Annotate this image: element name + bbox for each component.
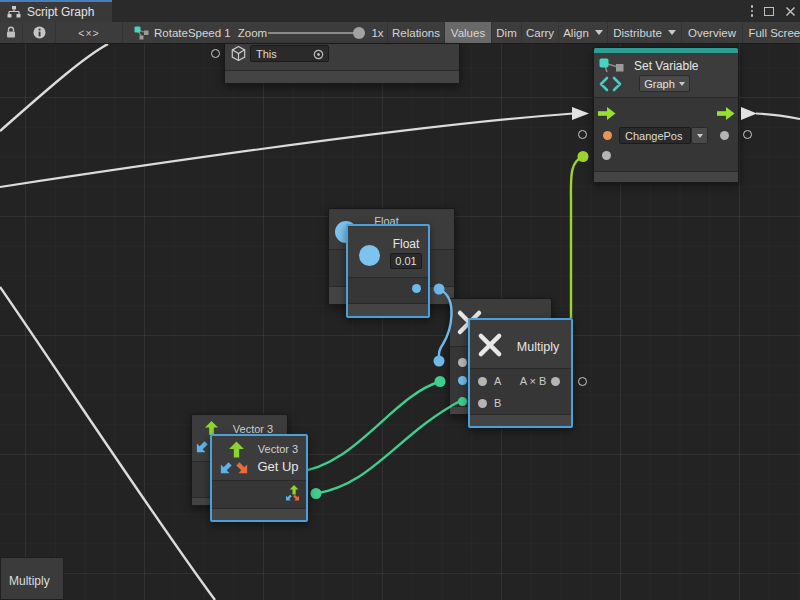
input-port-b[interactable] — [478, 399, 487, 408]
arrow-downleft-icon — [218, 461, 233, 476]
port-preview-circle[interactable] — [211, 49, 220, 58]
output-port[interactable] — [551, 377, 560, 386]
input-port-a[interactable] — [478, 377, 487, 386]
distribute-label: Distribute — [613, 27, 662, 39]
port-preview-circle[interactable] — [578, 377, 587, 386]
close-icon[interactable] — [785, 6, 796, 17]
port-preview-circle[interactable] — [743, 130, 752, 139]
wire-layer — [0, 44, 800, 600]
wire-endpoint — [311, 488, 322, 499]
lock-icon — [5, 26, 17, 39]
flow-wire-offscreen-top — [0, 44, 108, 131]
wire-endpoint — [434, 284, 445, 295]
graph-node-icon — [134, 26, 149, 40]
node-title: Float — [386, 237, 426, 251]
node-title: Multiply — [9, 574, 50, 588]
multiply-icon — [477, 332, 503, 358]
distribute-button[interactable]: Distribute — [607, 22, 681, 43]
node-title: Multiply — [508, 340, 568, 354]
info-icon — [33, 26, 46, 39]
float-value-wire — [439, 289, 452, 361]
wire-endpoint — [434, 356, 445, 367]
flow-wire-into-set-variable — [0, 114, 573, 188]
float-type-icon — [359, 245, 380, 266]
caret-down-icon — [595, 30, 603, 35]
graph-breadcrumb-label: RotateSpeed 1 — [154, 27, 231, 39]
flow-wire-out-of-set-variable — [756, 114, 800, 120]
float-value: 0.01 — [395, 255, 416, 267]
wire-endpoint — [435, 376, 446, 387]
corner-multiply-node[interactable]: Multiply — [0, 557, 64, 600]
tab-title: Script Graph — [27, 5, 94, 19]
lock-button[interactable] — [0, 22, 22, 43]
float-node[interactable]: Float 0.01 — [346, 224, 430, 318]
graph-toolbar: <×> RotateSpeed 1 Zoom 1x Relations Valu… — [0, 22, 800, 44]
flow-arrow-in — [572, 107, 589, 120]
variables-button[interactable]: <×> — [55, 22, 122, 43]
float-output-port[interactable] — [412, 284, 421, 293]
vector3-wire-upper — [296, 382, 440, 473]
dim-button[interactable]: Dim — [491, 22, 521, 43]
result-wire-to-set-variable — [571, 157, 583, 319]
float-value-field[interactable]: 0.01 — [390, 253, 422, 269]
script-graph-window: Script Graph <×> — [0, 0, 800, 600]
window-titlebar: Script Graph — [0, 0, 800, 22]
zoom-slider-track[interactable] — [268, 32, 365, 34]
node-type-title: Vector 3 — [252, 443, 304, 455]
zoom-label: Zoom — [237, 22, 268, 43]
flow-wire-offscreen-bottom — [0, 287, 215, 600]
port-preview-circle[interactable] — [578, 130, 587, 139]
window-menu-icon[interactable] — [751, 5, 754, 17]
zoom-slider-handle[interactable] — [353, 27, 365, 39]
graph-canvas[interactable]: Float Vector 3 — [0, 44, 800, 600]
align-button[interactable]: Align — [558, 22, 607, 43]
align-label: Align — [563, 27, 589, 39]
wire-endpoint — [578, 151, 589, 162]
overview-button[interactable]: Overview — [681, 22, 742, 43]
maximize-icon[interactable] — [764, 7, 774, 16]
tab-script-graph[interactable]: Script Graph — [0, 0, 112, 22]
fullscreen-button[interactable]: Full Screen — [742, 22, 800, 43]
carry-button[interactable]: Carry — [521, 22, 558, 43]
script-graph-icon — [7, 5, 21, 19]
angle-x-icon: <×> — [78, 27, 99, 39]
multiply-node[interactable]: Multiply A A × B B — [468, 318, 573, 428]
port-label-output: A × B — [512, 375, 554, 387]
port-label-b: B — [494, 397, 501, 409]
inspect-button[interactable] — [22, 22, 55, 43]
vector3-get-up-node[interactable]: Vector 3 Get Up — [210, 434, 308, 522]
arrow-up-icon — [228, 441, 245, 459]
vector3-output-port[interactable] — [284, 485, 301, 503]
port-label-a: A — [494, 375, 501, 387]
arrow-downright-icon — [235, 461, 250, 476]
caret-down-icon — [668, 30, 676, 35]
relations-button[interactable]: Relations — [387, 22, 444, 43]
zoom-value: 1x — [368, 22, 387, 43]
node-title: Get Up — [250, 459, 306, 474]
values-button[interactable]: Values — [444, 22, 491, 43]
flow-arrow-out — [741, 107, 757, 120]
